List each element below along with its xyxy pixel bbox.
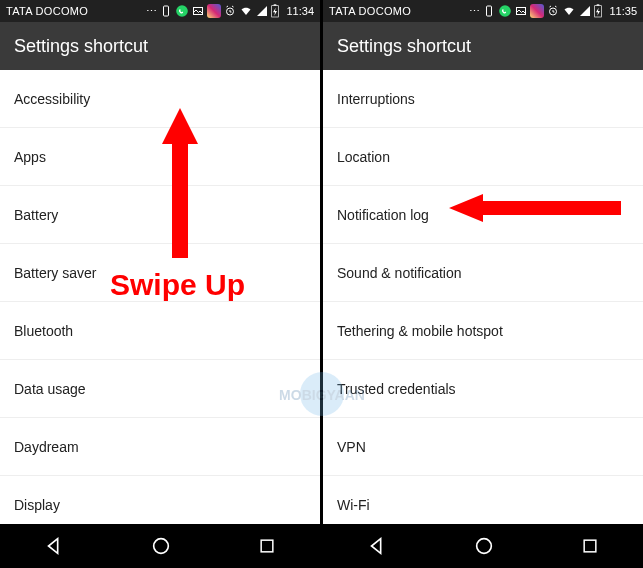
nav-bar (323, 524, 643, 568)
item-label: Location (337, 149, 390, 165)
settings-list[interactable]: Accessibility Apps Battery Battery saver… (0, 70, 320, 524)
svg-rect-15 (584, 540, 596, 552)
item-notification-log[interactable]: Notification log (323, 186, 643, 244)
alarm-icon (224, 5, 236, 17)
status-icons: ⋯ 11:35 (411, 4, 637, 18)
svg-rect-13 (597, 4, 600, 5)
alarm-icon (547, 5, 559, 17)
item-vpn[interactable]: VPN (323, 418, 643, 476)
item-trusted-credentials[interactable]: Trusted credentials (323, 360, 643, 418)
item-label: Accessibility (14, 91, 90, 107)
more-icon: ⋯ (469, 5, 480, 18)
status-bar: TATA DOCOMO ⋯ 11:35 (323, 0, 643, 22)
home-button[interactable] (150, 535, 172, 557)
item-battery[interactable]: Battery (0, 186, 320, 244)
settings-list[interactable]: Interruptions Location Notification log … (323, 70, 643, 524)
item-wifi[interactable]: Wi-Fi (323, 476, 643, 524)
item-accessibility[interactable]: Accessibility (0, 70, 320, 128)
item-label: Display (14, 497, 60, 513)
page-title: Settings shortcut (14, 36, 148, 57)
item-location[interactable]: Location (323, 128, 643, 186)
back-button[interactable] (366, 535, 388, 557)
recent-button[interactable] (580, 536, 600, 556)
phone-right: TATA DOCOMO ⋯ 11:35 Settings shortcut In… (323, 0, 643, 568)
item-label: Interruptions (337, 91, 415, 107)
item-daydream[interactable]: Daydream (0, 418, 320, 476)
item-tethering[interactable]: Tethering & mobile hotspot (323, 302, 643, 360)
clock-label: 11:34 (286, 5, 314, 17)
item-label: Bluetooth (14, 323, 73, 339)
battery-charging-icon (594, 4, 602, 18)
item-display[interactable]: Display (0, 476, 320, 524)
recent-button[interactable] (257, 536, 277, 556)
app-bar: Settings shortcut (323, 22, 643, 70)
item-label: Apps (14, 149, 46, 165)
instagram-icon (530, 4, 544, 18)
app-bar: Settings shortcut (0, 22, 320, 70)
svg-point-9 (500, 5, 512, 17)
item-bluetooth[interactable]: Bluetooth (0, 302, 320, 360)
image-icon (192, 5, 204, 17)
battery-charging-icon (271, 4, 279, 18)
item-data-usage[interactable]: Data usage (0, 360, 320, 418)
item-label: Sound & notification (337, 265, 462, 281)
status-icons: ⋯ 11:34 (88, 4, 314, 18)
carrier-label: TATA DOCOMO (6, 5, 88, 17)
item-sound-notification[interactable]: Sound & notification (323, 244, 643, 302)
home-button[interactable] (473, 535, 495, 557)
phone-icon (483, 5, 495, 17)
item-label: VPN (337, 439, 366, 455)
more-icon: ⋯ (146, 5, 157, 18)
item-label: Wi-Fi (337, 497, 370, 513)
whatsapp-icon (175, 4, 189, 18)
instagram-icon (207, 4, 221, 18)
svg-rect-7 (261, 540, 273, 552)
item-label: Battery saver (14, 265, 96, 281)
svg-rect-0 (164, 6, 169, 16)
item-battery-saver[interactable]: Battery saver (0, 244, 320, 302)
signal-icon (256, 5, 268, 17)
svg-point-14 (477, 539, 492, 554)
carrier-label: TATA DOCOMO (329, 5, 411, 17)
wifi-icon (562, 5, 576, 17)
page-title: Settings shortcut (337, 36, 471, 57)
item-label: Notification log (337, 207, 429, 223)
item-label: Daydream (14, 439, 79, 455)
signal-icon (579, 5, 591, 17)
svg-rect-8 (487, 6, 492, 16)
item-interruptions[interactable]: Interruptions (323, 70, 643, 128)
wifi-icon (239, 5, 253, 17)
item-label: Tethering & mobile hotspot (337, 323, 503, 339)
image-icon (515, 5, 527, 17)
item-label: Trusted credentials (337, 381, 456, 397)
svg-point-1 (177, 5, 189, 17)
clock-label: 11:35 (609, 5, 637, 17)
status-bar: TATA DOCOMO ⋯ 11:34 (0, 0, 320, 22)
phone-icon (160, 5, 172, 17)
svg-rect-5 (274, 4, 277, 5)
whatsapp-icon (498, 4, 512, 18)
phone-left: TATA DOCOMO ⋯ 11:34 Settings shortcut Ac… (0, 0, 320, 568)
svg-point-6 (154, 539, 169, 554)
item-label: Battery (14, 207, 58, 223)
back-button[interactable] (43, 535, 65, 557)
item-label: Data usage (14, 381, 86, 397)
item-apps[interactable]: Apps (0, 128, 320, 186)
nav-bar (0, 524, 320, 568)
